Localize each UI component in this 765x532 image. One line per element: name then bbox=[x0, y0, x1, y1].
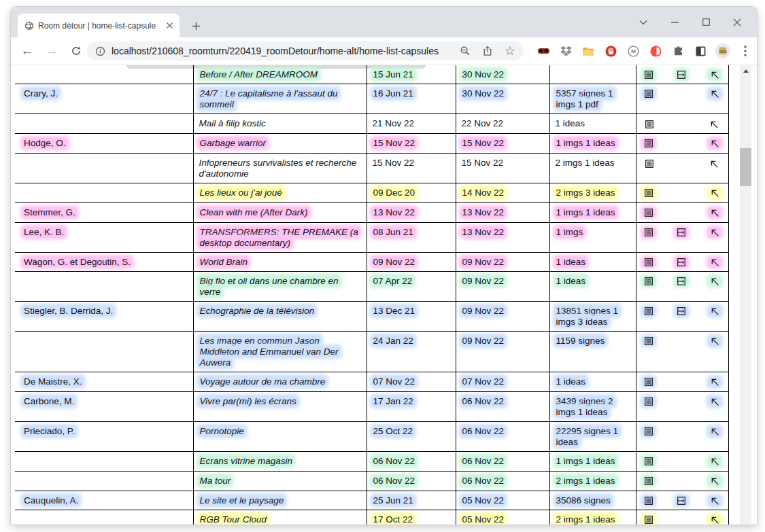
redmoon-extension-icon[interactable] bbox=[648, 42, 663, 60]
title-link[interactable]: Big flo et oli dans une chambre en verre bbox=[199, 276, 340, 297]
notes-icon[interactable] bbox=[643, 336, 655, 346]
title-link[interactable]: Vivre par(mi) les écrans bbox=[199, 396, 298, 406]
title-link[interactable]: Ma tour bbox=[199, 476, 233, 486]
browser-tab[interactable]: Room détour | home-list-capsule bbox=[18, 14, 180, 37]
title-link[interactable]: RGB Tour Cloud bbox=[199, 514, 269, 525]
title-link[interactable]: Les image en commun Jason Middleton and … bbox=[199, 336, 340, 368]
goto-arrow-icon[interactable] bbox=[709, 139, 721, 148]
goto-arrow-icon[interactable] bbox=[709, 188, 721, 198]
goto-arrow-icon[interactable] bbox=[709, 306, 721, 316]
stats-cell: 22295 signes 1 ideas bbox=[549, 422, 636, 452]
pages-icon[interactable] bbox=[675, 258, 687, 267]
pages-icon[interactable] bbox=[675, 70, 687, 79]
title-link[interactable]: World Brain bbox=[199, 257, 250, 267]
browser-menu-dots-icon[interactable] bbox=[738, 42, 753, 60]
goto-arrow-icon[interactable] bbox=[709, 336, 721, 346]
pages-icon[interactable] bbox=[675, 496, 687, 506]
stats-cell: 1 ideas bbox=[549, 253, 636, 272]
notes-icon[interactable] bbox=[643, 496, 655, 506]
goto-arrow-icon[interactable] bbox=[709, 427, 721, 436]
notes-icon[interactable] bbox=[643, 397, 655, 406]
table-row: Crary, J. 24/7 : Le capitalisme à l'assa… bbox=[15, 84, 728, 114]
goto-arrow-icon[interactable] bbox=[709, 70, 721, 79]
notes-icon[interactable] bbox=[643, 139, 655, 148]
title-link[interactable]: Le site et le paysage bbox=[199, 495, 286, 506]
forward-button[interactable]: → bbox=[42, 41, 61, 60]
notes-icon[interactable] bbox=[643, 258, 655, 267]
notes-icon[interactable] bbox=[643, 427, 655, 436]
goto-arrow-icon[interactable] bbox=[708, 158, 720, 169]
pages-icon[interactable] bbox=[675, 306, 687, 316]
notes-icon[interactable] bbox=[643, 70, 655, 79]
goto-arrow-icon[interactable] bbox=[709, 277, 721, 286]
dropbox-extension-icon[interactable] bbox=[558, 42, 573, 60]
bookmark-star-icon[interactable]: ☆ bbox=[505, 45, 515, 57]
notes-icon[interactable] bbox=[643, 306, 655, 316]
vertical-scrollbar[interactable] bbox=[740, 65, 751, 525]
title-link[interactable]: Echographie de la télévision bbox=[199, 306, 316, 316]
title-link[interactable]: Mail à filip kostic bbox=[199, 118, 266, 128]
goto-arrow-icon[interactable] bbox=[709, 515, 721, 525]
zoom-icon[interactable] bbox=[460, 46, 471, 56]
tab-close-icon[interactable] bbox=[164, 20, 175, 31]
author-text: Carbone, M. bbox=[22, 396, 75, 406]
title-link[interactable]: Before / After DREAMROOM bbox=[199, 69, 320, 79]
notes-icon[interactable] bbox=[643, 188, 655, 198]
goto-arrow-icon[interactable] bbox=[708, 119, 720, 130]
goto-arrow-icon[interactable] bbox=[709, 228, 721, 237]
notes-icon[interactable] bbox=[643, 277, 655, 286]
mask-extension-icon[interactable] bbox=[536, 42, 551, 60]
goto-arrow-icon[interactable] bbox=[709, 457, 721, 466]
title-link[interactable]: Clean with me (After Dark) bbox=[199, 207, 309, 217]
notes-icon[interactable] bbox=[643, 377, 655, 387]
goto-arrow-icon[interactable] bbox=[709, 377, 721, 387]
profile-avatar[interactable] bbox=[715, 42, 730, 60]
goto-arrow-icon[interactable] bbox=[709, 476, 721, 486]
author-text: Hodge, O. bbox=[22, 138, 67, 148]
darkmode-extension-icon[interactable] bbox=[693, 42, 708, 60]
notes-icon[interactable] bbox=[643, 208, 655, 217]
notes-icon[interactable] bbox=[643, 228, 655, 237]
title-link[interactable]: Voyage autour de ma chambre bbox=[199, 376, 327, 387]
goto-arrow-icon[interactable] bbox=[709, 89, 721, 99]
minimize-button[interactable] bbox=[663, 7, 686, 37]
title-link[interactable]: Pornotopie bbox=[199, 426, 245, 436]
maximize-button[interactable] bbox=[694, 7, 717, 37]
address-bar[interactable]: localhost/210608_roomturn/220419_roomDet… bbox=[87, 41, 524, 60]
scrollbar-thumb[interactable] bbox=[740, 148, 751, 186]
handblock-extension-icon[interactable] bbox=[603, 42, 618, 60]
goto-arrow-icon[interactable] bbox=[709, 258, 721, 267]
actions-cell bbox=[636, 114, 728, 134]
pages-icon[interactable] bbox=[675, 228, 687, 237]
new-tab-button[interactable] bbox=[188, 18, 204, 34]
date-created-text: 24 Jan 22 bbox=[372, 336, 415, 346]
notes-icon[interactable] bbox=[643, 476, 655, 486]
scroll-up-icon[interactable] bbox=[743, 69, 749, 73]
pages-icon[interactable] bbox=[675, 277, 687, 286]
title-link[interactable]: Les lieux ou j'ai joué bbox=[199, 188, 284, 198]
folder-extension-icon[interactable] bbox=[581, 42, 596, 60]
notes-icon[interactable] bbox=[643, 457, 655, 466]
notes-icon[interactable] bbox=[643, 119, 656, 130]
title-link[interactable]: 24/7 : Le capitalisme à l'assaut du somm… bbox=[199, 88, 339, 109]
back-button[interactable]: ← bbox=[18, 41, 37, 60]
tab-search-chevron-icon[interactable] bbox=[632, 7, 655, 37]
author-cell bbox=[15, 154, 193, 183]
reload-icon[interactable] bbox=[67, 41, 86, 60]
table-row: Ecrans vitrine magasin 06 Nov 22 06 Nov … bbox=[15, 452, 728, 472]
extensions-puzzle-icon[interactable] bbox=[670, 42, 685, 60]
site-info-icon[interactable] bbox=[95, 46, 105, 56]
notes-icon[interactable] bbox=[643, 515, 655, 525]
m-circle-extension-icon[interactable]: M bbox=[626, 42, 641, 60]
window-close-button[interactable] bbox=[726, 7, 749, 37]
goto-arrow-icon[interactable] bbox=[709, 496, 721, 506]
title-link[interactable]: TRANSFORMERS: THE PREMAKE (a desktop doc… bbox=[199, 227, 360, 248]
title-link[interactable]: Garbage warrior bbox=[199, 138, 268, 148]
title-link[interactable]: Ecrans vitrine magasin bbox=[199, 456, 294, 466]
notes-icon[interactable] bbox=[643, 158, 656, 169]
goto-arrow-icon[interactable] bbox=[709, 208, 721, 217]
title-link[interactable]: Infopreneurs survivalistes et recherche … bbox=[199, 158, 357, 179]
goto-arrow-icon[interactable] bbox=[709, 397, 721, 406]
notes-icon[interactable] bbox=[643, 89, 655, 99]
share-icon[interactable] bbox=[482, 46, 493, 56]
